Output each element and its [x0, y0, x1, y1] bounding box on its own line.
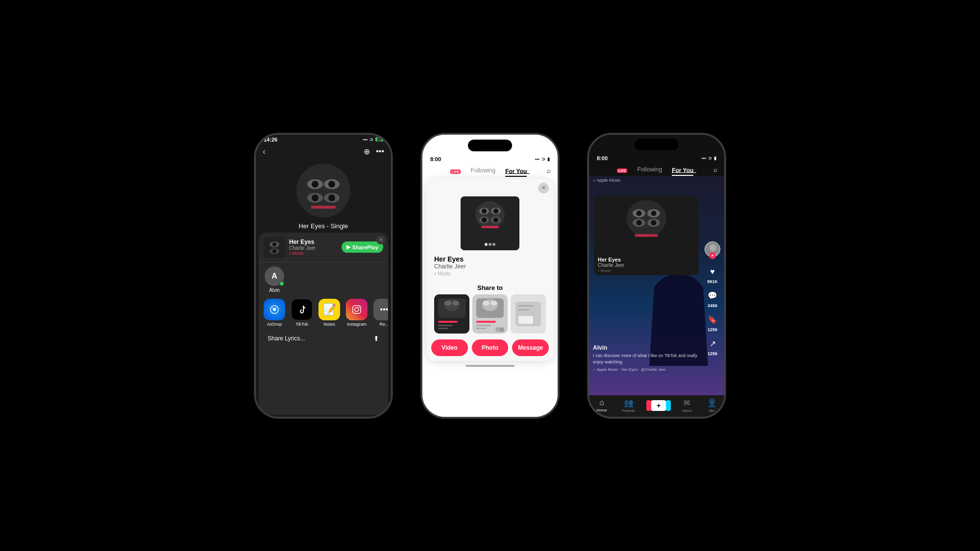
- svg-rect-49: [476, 328, 486, 329]
- close-share-button[interactable]: ✕: [376, 236, 385, 244]
- add-icon[interactable]: ⊕: [364, 147, 370, 156]
- close-share-card-button[interactable]: ✕: [538, 183, 549, 193]
- music-note-icon-center: ♪: [434, 271, 437, 276]
- app-icon-airdrop[interactable]: AirDrop: [263, 299, 286, 327]
- app-icon-more[interactable]: ••• Re...: [372, 299, 388, 327]
- share-song-artist-center: Charlie Jeer: [434, 263, 546, 270]
- tab-following-right[interactable]: Following: [637, 165, 662, 174]
- share-lyrics-bar[interactable]: Share Lyrics... ⬆: [262, 331, 385, 346]
- video-share-button[interactable]: Video: [431, 339, 468, 356]
- svg-point-12: [272, 242, 276, 246]
- online-indicator: [279, 281, 284, 286]
- app-icon-instagram[interactable]: Instagram: [345, 299, 368, 327]
- app-icon-tiktok[interactable]: TikTok: [290, 299, 314, 327]
- svg-point-37: [444, 301, 451, 306]
- phone-center-content: 8:00 ▪▪▪ ⊃ ▮ LIVE Following For You ⌕: [422, 135, 558, 417]
- nav-add[interactable]: +: [650, 400, 667, 411]
- right-album-artist: Charlie Jeer: [598, 263, 695, 268]
- contact-name-alvin: Alvin: [269, 287, 280, 293]
- status-icons-right: ▪▪▪ ⊃ ▮: [701, 156, 716, 161]
- song-info-platform: ♪ Music: [289, 251, 342, 256]
- share-sheet-song-row: Her Eyes Charlie Jeer ♪ Music ▶ SharePla…: [259, 233, 388, 263]
- apple-music-icon: ♪: [593, 178, 595, 183]
- top-bar-icons: ⊕ •••: [364, 147, 384, 156]
- battery-icon-center: ▮: [547, 157, 550, 162]
- signal-icon: ▪▪▪: [363, 137, 368, 142]
- app-icon-notes[interactable]: 📝 Notes: [318, 299, 341, 327]
- share-lyrics-text: Share Lyrics...: [268, 335, 305, 342]
- nav-me[interactable]: 👤 Me: [707, 398, 717, 413]
- like-action[interactable]: ♥ 991K: [706, 265, 719, 284]
- tiktok-content: ♪ Apple Music: [589, 176, 724, 395]
- back-button[interactable]: ‹: [263, 146, 266, 157]
- share-album-art-center: [461, 196, 519, 250]
- phone-right: 8:00 ▪▪▪ ⊃ ▮ LIVE Following For You ⌕: [588, 134, 725, 418]
- svg-rect-47: [476, 321, 496, 323]
- svg-point-14: [272, 249, 276, 253]
- svg-point-21: [475, 201, 505, 229]
- status-bar-left: 14:26 ▪▪▪ ⊃ ⬛: [256, 135, 391, 143]
- share-buttons: Video Photo Message: [426, 337, 554, 361]
- nav-tabs-center: LIVE Following For You ⌕: [422, 164, 558, 177]
- share-preview-photo[interactable]: [472, 294, 508, 334]
- tab-for-you-center[interactable]: For You: [505, 167, 530, 174]
- user-avatar-container[interactable]: +: [705, 241, 720, 257]
- photo-share-button[interactable]: Photo: [472, 339, 509, 356]
- wifi-icon: ⊃: [369, 137, 373, 142]
- comment-action[interactable]: 💬 3456: [706, 289, 719, 308]
- nav-friends[interactable]: 👥 Friends: [622, 398, 636, 413]
- share-preview-message[interactable]: [511, 294, 546, 334]
- time-left: 14:26: [264, 137, 277, 143]
- share-preview-video[interactable]: [434, 294, 469, 334]
- svg-point-2: [312, 181, 318, 188]
- svg-point-4: [328, 181, 335, 188]
- search-icon-right[interactable]: ⌕: [713, 166, 717, 173]
- dynamic-island-center: [468, 140, 512, 151]
- friends-icon: 👥: [624, 398, 634, 407]
- signal-icon-center: ▪▪▪: [535, 157, 539, 162]
- tab-for-you-right[interactable]: For You: [672, 166, 696, 173]
- music-credit-icon: ♪: [593, 367, 595, 372]
- home-indicator-center: [466, 365, 514, 367]
- nav-home[interactable]: ⌂ Home: [596, 398, 607, 412]
- dynamic-island-right: [635, 139, 679, 150]
- share-album-svg: [461, 196, 519, 250]
- svg-point-65: [637, 220, 642, 225]
- right-side-actions: + ♥ 991K 💬 3456 🔖 1256: [705, 241, 720, 356]
- bottom-nav: ⌂ Home 👥 Friends + ✉ Inbox 👤: [589, 395, 724, 417]
- svg-point-51: [499, 327, 504, 332]
- home-icon: ⌂: [599, 398, 604, 407]
- add-icon-center: +: [657, 402, 661, 409]
- search-icon-center[interactable]: ⌕: [547, 167, 551, 174]
- bookmark-count: 1256: [708, 327, 717, 332]
- tab-following-center[interactable]: Following: [470, 166, 495, 175]
- svg-point-25: [493, 209, 498, 214]
- album-art-left: [296, 164, 350, 217]
- right-album-platform: ♪ Music: [598, 268, 695, 273]
- username-right: Alvin: [593, 344, 700, 351]
- comment-count: 3456: [708, 303, 717, 308]
- tiktok-icon: [291, 299, 313, 320]
- share-count: 1256: [708, 351, 717, 356]
- airdrop-icon: [264, 299, 285, 320]
- svg-rect-48: [476, 325, 491, 326]
- more-icon[interactable]: •••: [376, 147, 384, 156]
- share-card-album: [426, 193, 554, 252]
- svg-point-32: [489, 243, 491, 246]
- live-badge-center: LIVE: [450, 166, 461, 175]
- airdrop-label: AirDrop: [267, 322, 282, 327]
- status-bar-right: 8:00 ▪▪▪ ⊃ ▮: [589, 150, 724, 163]
- svg-point-59: [626, 200, 666, 237]
- share-action[interactable]: ↗ 1256: [706, 337, 719, 356]
- message-share-button[interactable]: Message: [512, 339, 549, 356]
- bookmark-action[interactable]: 🔖 1256: [706, 313, 719, 332]
- live-badge-right: LIVE: [617, 165, 628, 174]
- shareplay-button[interactable]: ▶ SharePlay: [342, 241, 383, 253]
- notes-label: Notes: [323, 322, 335, 327]
- right-album-card[interactable]: Her Eyes Charlie Jeer ♪ Music: [594, 195, 699, 275]
- signal-icon-right: ▪▪▪: [701, 156, 706, 161]
- contact-avatar-alvin[interactable]: A Alvin: [265, 266, 284, 293]
- comment-icon: 💬: [706, 289, 719, 303]
- nav-inbox[interactable]: ✉ Inbox: [682, 398, 692, 413]
- follow-plus-badge: +: [709, 252, 716, 259]
